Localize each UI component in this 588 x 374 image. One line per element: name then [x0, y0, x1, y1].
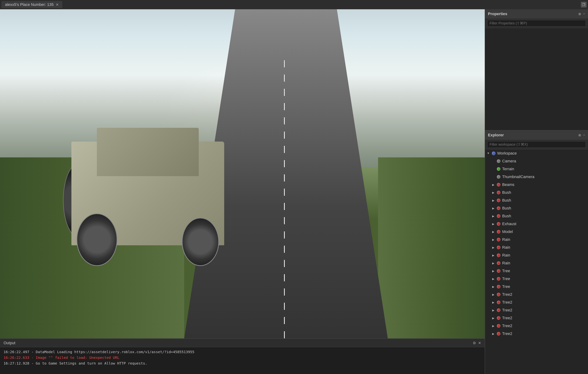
explorer-panel: Explorer ⊗ − WorkspaceCameraTerrainThumb…	[485, 131, 588, 374]
icon-tree	[496, 300, 501, 305]
properties-title: Properties	[488, 11, 507, 16]
window-controls: ❐	[581, 2, 587, 8]
tree-item[interactable]: Tree2	[485, 330, 588, 338]
properties-panel: Properties ⊗ −	[485, 9, 588, 131]
tree-item-label: Bush	[502, 190, 587, 195]
tree-item[interactable]: Bush	[485, 197, 588, 204]
explorer-content[interactable]: WorkspaceCameraTerrainThumbnailCameraBea…	[485, 149, 588, 374]
right-panel: Properties ⊗ − Explorer ⊗ −	[485, 9, 588, 374]
tree-item[interactable]: Tree	[485, 275, 588, 283]
tree-item-label: Model	[502, 230, 587, 234]
tree-item-label: Tree	[502, 284, 587, 289]
tree-item-label: ThumbnailCamera	[502, 175, 587, 179]
tree-item[interactable]: Rain	[485, 236, 588, 243]
tree-item[interactable]: Tree	[485, 283, 588, 291]
tree-item[interactable]: Tree2	[485, 322, 588, 330]
icon-tree	[496, 268, 501, 274]
tree-item[interactable]: Exhaust	[485, 220, 588, 228]
properties-filter-input[interactable]	[487, 20, 586, 27]
tree-item-label: Rain	[502, 253, 587, 258]
icon-bush	[496, 198, 501, 203]
tree-item[interactable]: Rain	[485, 251, 588, 259]
tree-item[interactable]: Beams	[485, 181, 588, 189]
icon-camera	[496, 159, 501, 164]
output-content: 16:26:22.497 - DataModel Loading https:/…	[0, 347, 485, 374]
output-controls: ⚙ ✕	[473, 341, 481, 345]
scene-background	[0, 9, 485, 338]
tree-item[interactable]: Tree2	[485, 314, 588, 322]
tree-item-label: Tree	[502, 276, 587, 281]
explorer-controls: ⊗ −	[578, 133, 585, 137]
tree-item[interactable]: Tree2	[485, 298, 588, 306]
tree-item-label: Tree2	[502, 316, 587, 320]
tree-item-label: Exhaust	[502, 221, 587, 226]
icon-tree	[496, 284, 501, 289]
icon-rain	[496, 261, 501, 266]
viewport[interactable]	[0, 9, 485, 338]
icon-bush	[496, 206, 501, 211]
tree-item-label: Tree2	[502, 331, 587, 336]
properties-close-button[interactable]: ⊗	[578, 12, 581, 16]
tree-item-label: Rain	[502, 237, 587, 242]
jeep-wheel-front	[182, 218, 219, 266]
jeep-wheel-back	[77, 213, 117, 266]
tree-item[interactable]: Tree2	[485, 306, 588, 314]
title-bar: alexx5's Place Number: 135 ✕ ❐	[0, 0, 588, 9]
tree-item-label: Terrain	[502, 167, 587, 171]
restore-button[interactable]: ❐	[581, 2, 587, 8]
tree-item[interactable]: Rain	[485, 259, 588, 267]
tree-item-label: Rain	[502, 245, 587, 250]
tree-item[interactable]: Tree	[485, 267, 588, 275]
tree-item[interactable]: Tree2	[485, 291, 588, 298]
tree-item[interactable]: Workspace	[485, 149, 588, 157]
tree-item[interactable]: Camera	[485, 157, 588, 165]
tab-label: alexx5's Place Number: 135	[5, 2, 54, 7]
explorer-title: Explorer	[488, 133, 504, 137]
output-settings-button[interactable]: ⚙	[473, 341, 476, 345]
icon-tree	[496, 316, 501, 320]
output-title: Output	[4, 341, 15, 345]
app-container: alexx5's Place Number: 135 ✕ ❐	[0, 0, 588, 374]
icon-tree	[496, 331, 501, 336]
tree-item[interactable]: Bush	[485, 204, 588, 212]
tab-main[interactable]: alexx5's Place Number: 135 ✕	[1, 1, 62, 8]
road-center-marking	[284, 59, 285, 338]
icon-rain	[496, 245, 501, 250]
icon-rain	[496, 253, 501, 258]
icon-bush	[496, 214, 501, 219]
tree-item[interactable]: ThumbnailCamera	[485, 173, 588, 181]
tree-item-label: Tree2	[502, 308, 587, 312]
properties-minimize-button[interactable]: −	[583, 12, 585, 16]
jeep-roof	[97, 128, 199, 176]
jeep-vehicle	[63, 128, 233, 266]
properties-header: Properties ⊗ −	[485, 9, 588, 19]
explorer-close-button[interactable]: ⊗	[578, 133, 581, 137]
icon-model	[496, 229, 501, 234]
icon-beams	[496, 182, 501, 187]
icon-rain	[496, 237, 501, 242]
output-header: Output ⚙ ✕	[0, 339, 485, 347]
tree-item-label: Tree	[502, 269, 587, 273]
tree-item[interactable]: Rain	[485, 243, 588, 251]
right-grass	[378, 157, 485, 338]
icon-bush	[496, 190, 501, 195]
tree-item-label: Tree2	[502, 300, 587, 305]
icon-tree	[496, 308, 501, 313]
tree-item-label: Workspace	[497, 151, 587, 156]
log-line: 16:26:22.633 - Image "" failed to load: …	[4, 355, 481, 361]
output-close-button[interactable]: ✕	[478, 341, 481, 345]
tree-item-label: Bush	[502, 206, 587, 210]
explorer-minimize-button[interactable]: −	[583, 133, 585, 137]
icon-workspace	[491, 151, 496, 156]
tree-item-label: Bush	[502, 198, 587, 203]
properties-filter-container	[485, 19, 588, 28]
explorer-filter-container	[485, 140, 588, 149]
tree-item[interactable]: Terrain	[485, 165, 588, 173]
icon-tree	[496, 276, 501, 281]
viewport-container: Output ⚙ ✕ 16:26:22.497 - DataModel Load…	[0, 9, 485, 374]
tree-item[interactable]: Bush	[485, 189, 588, 197]
tree-item[interactable]: Model	[485, 228, 588, 236]
tab-close-button[interactable]: ✕	[56, 2, 59, 7]
explorer-filter-input[interactable]	[487, 141, 586, 148]
tree-item[interactable]: Bush	[485, 212, 588, 220]
